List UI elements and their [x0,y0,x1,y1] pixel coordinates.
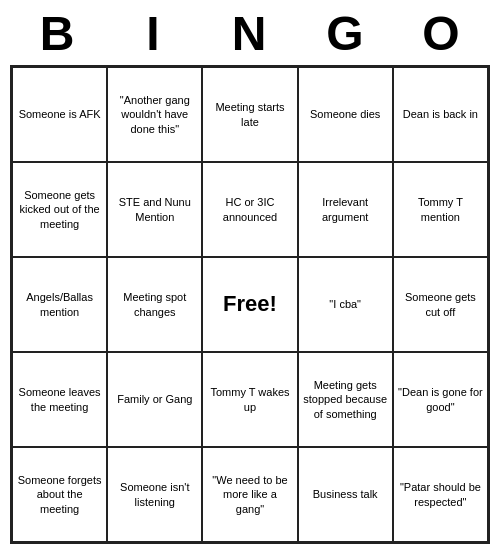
title-n: N [206,6,294,61]
bingo-cell-r0c4[interactable]: Dean is back in [393,67,488,162]
bingo-cell-r2c2[interactable]: Free! [202,257,297,352]
bingo-grid: Someone is AFK"Another gang wouldn't hav… [10,65,490,544]
bingo-cell-r3c4[interactable]: "Dean is gone for good" [393,352,488,447]
bingo-cell-r3c3[interactable]: Meeting gets stopped because of somethin… [298,352,393,447]
bingo-cell-r2c3[interactable]: "I cba" [298,257,393,352]
title-i: I [110,6,198,61]
bingo-cell-r1c1[interactable]: STE and Nunu Mention [107,162,202,257]
bingo-cell-r2c4[interactable]: Someone gets cut off [393,257,488,352]
bingo-cell-r0c3[interactable]: Someone dies [298,67,393,162]
title-o: O [398,6,486,61]
bingo-cell-r3c0[interactable]: Someone leaves the meeting [12,352,107,447]
bingo-title: B I N G O [10,0,490,65]
bingo-cell-r1c4[interactable]: Tommy T mention [393,162,488,257]
bingo-cell-r1c3[interactable]: Irrelevant argument [298,162,393,257]
title-b: B [14,6,102,61]
bingo-cell-r4c4[interactable]: "Patar should be respected" [393,447,488,542]
bingo-cell-r0c2[interactable]: Meeting starts late [202,67,297,162]
bingo-cell-r4c0[interactable]: Someone forgets about the meeting [12,447,107,542]
title-g: G [302,6,390,61]
bingo-cell-r4c1[interactable]: Someone isn't listening [107,447,202,542]
bingo-cell-r2c0[interactable]: Angels/Ballas mention [12,257,107,352]
bingo-cell-r0c1[interactable]: "Another gang wouldn't have done this" [107,67,202,162]
bingo-cell-r0c0[interactable]: Someone is AFK [12,67,107,162]
bingo-cell-r3c2[interactable]: Tommy T wakes up [202,352,297,447]
bingo-cell-r3c1[interactable]: Family or Gang [107,352,202,447]
bingo-cell-r4c3[interactable]: Business talk [298,447,393,542]
bingo-cell-r1c2[interactable]: HC or 3IC announced [202,162,297,257]
bingo-cell-r2c1[interactable]: Meeting spot changes [107,257,202,352]
bingo-cell-r4c2[interactable]: "We need to be more like a gang" [202,447,297,542]
bingo-cell-r1c0[interactable]: Someone gets kicked out of the meeting [12,162,107,257]
